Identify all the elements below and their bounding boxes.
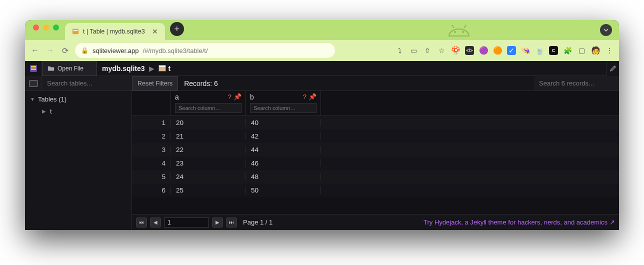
cell-a[interactable]: 21 <box>171 132 246 140</box>
column-type-icon[interactable]: ? <box>303 93 306 100</box>
svg-rect-0 <box>72 29 78 34</box>
browser-window: t | Table | mydb.sqlite3 ✕ + ← → ⟳ 🔒 sql… <box>25 20 619 230</box>
toolbar-actions: ⤵ ▭ ⇧ ☆ 🍄 </> 🟣 🟠 ✓ 👒 🍵 C 🧩 ▢ 🧑 ⋮ <box>395 46 614 55</box>
column-search-input[interactable] <box>175 103 242 113</box>
cell-b[interactable]: 44 <box>246 146 321 154</box>
cell-a[interactable]: 25 <box>171 186 246 194</box>
new-tab-button[interactable]: + <box>170 22 184 36</box>
favicon-icon <box>72 28 79 35</box>
extensions-puzzle-icon[interactable]: 🧩 <box>563 46 572 55</box>
minimize-window-icon[interactable] <box>43 24 49 30</box>
data-grid: a ?📌 b ?📌 120402214232244423465244862550… <box>132 91 619 230</box>
cell-b[interactable]: 48 <box>246 173 321 180</box>
share-icon[interactable]: ⇧ <box>423 46 432 55</box>
page-number-input[interactable] <box>164 218 209 228</box>
extension-icon[interactable]: ✓ <box>507 46 516 55</box>
pin-column-icon[interactable]: 📌 <box>308 93 316 100</box>
last-page-button[interactable]: ⏭ <box>226 218 237 228</box>
tables-tree-header[interactable]: ▼ Tables (1) <box>25 93 132 105</box>
browser-tab[interactable]: t | Table | mydb.sqlite3 ✕ <box>65 23 165 40</box>
cell-a[interactable]: 24 <box>171 173 246 180</box>
cell-a[interactable]: 23 <box>171 160 246 167</box>
search-tables-input[interactable] <box>42 76 132 90</box>
extension-icon[interactable]: C <box>549 46 558 55</box>
profile-avatar-icon[interactable]: 🧑 <box>591 46 600 55</box>
app-root: Open File mydb.sqlite3 ▶ t Reset Filters… <box>25 61 619 230</box>
tab-overflow-button[interactable] <box>600 24 612 36</box>
table-row[interactable]: 12040 <box>132 116 619 130</box>
grid-body[interactable]: 120402214232244423465244862550 <box>132 116 619 214</box>
cell-b[interactable]: 42 <box>246 132 321 140</box>
external-link-icon: ↗ <box>610 218 615 226</box>
extension-icon[interactable]: 🍄 <box>451 46 460 55</box>
breadcrumb-db[interactable]: mydb.sqlite3 <box>102 64 145 72</box>
open-file-label: Open File <box>58 65 84 72</box>
extension-icon[interactable]: 🟣 <box>479 46 488 55</box>
tab-strip: t | Table | mydb.sqlite3 ✕ + <box>25 20 619 40</box>
extension-icon[interactable]: 🟠 <box>493 46 502 55</box>
url-bar[interactable]: 🔒 sqliteviewer.app/#/mydb.sqlite3/table/… <box>75 43 335 58</box>
sidebar: ▼ Tables (1) ▶ t <box>25 91 132 230</box>
page-icon[interactable]: ▭ <box>409 46 418 55</box>
reset-filters-button[interactable]: Reset Filters <box>132 76 178 90</box>
breadcrumb-table-name: t <box>168 64 171 72</box>
edit-button[interactable] <box>606 61 619 76</box>
cell-a[interactable]: 20 <box>171 119 246 126</box>
maximize-window-icon[interactable] <box>53 24 59 30</box>
column-search-input[interactable] <box>250 103 316 113</box>
cell-b[interactable]: 40 <box>246 119 321 126</box>
row-number: 1 <box>132 119 171 126</box>
prev-page-button[interactable]: ◀ <box>150 218 161 228</box>
reload-button[interactable]: ⟳ <box>60 46 70 56</box>
first-page-button[interactable]: ⏮ <box>136 218 147 228</box>
extension-icon[interactable]: 👒 <box>521 46 530 55</box>
extension-icon[interactable]: </> <box>465 46 474 55</box>
svg-line-4 <box>452 25 454 28</box>
promo-link[interactable]: Try Hydejack, a Jekyll theme for hackers… <box>424 218 615 226</box>
sidebar-table-item[interactable]: ▶ t <box>25 105 132 117</box>
column-header-a[interactable]: a ?📌 <box>171 91 246 116</box>
window-controls[interactable] <box>33 24 59 30</box>
sidebar-table-name: t <box>50 108 52 115</box>
breadcrumb-table[interactable]: t <box>158 64 171 72</box>
tab-title: t | Table | mydb.sqlite3 <box>83 28 145 35</box>
column-header-b[interactable]: b ?📌 <box>246 91 321 116</box>
pin-column-icon[interactable]: 📌 <box>234 93 242 100</box>
cell-b[interactable]: 46 <box>246 160 321 167</box>
back-button[interactable]: ← <box>30 46 40 55</box>
svg-rect-7 <box>31 66 36 68</box>
reset-filters-label: Reset Filters <box>138 80 172 87</box>
close-tab-icon[interactable]: ✕ <box>152 28 158 36</box>
svg-rect-8 <box>31 68 36 70</box>
screenshot-button[interactable] <box>25 76 42 90</box>
row-number: 2 <box>132 132 171 140</box>
next-page-button[interactable]: ▶ <box>212 218 223 228</box>
cell-b[interactable]: 50 <box>246 186 321 194</box>
extension-icon[interactable]: 🍵 <box>535 46 544 55</box>
svg-line-5 <box>464 25 466 28</box>
folder-icon <box>48 65 54 72</box>
forward-button[interactable]: → <box>45 46 55 55</box>
table-row[interactable]: 52448 <box>132 170 619 184</box>
kebab-menu-icon[interactable]: ⋮ <box>605 46 614 55</box>
cell-a[interactable]: 22 <box>171 146 246 154</box>
breadcrumb: mydb.sqlite3 ▶ t <box>97 61 606 76</box>
open-file-button[interactable]: Open File <box>42 61 97 76</box>
table-row[interactable]: 22142 <box>132 130 619 143</box>
app-top-bar: Open File mydb.sqlite3 ▶ t <box>25 61 619 76</box>
table-row[interactable]: 32244 <box>132 143 619 156</box>
caret-down-icon: ▼ <box>30 96 35 102</box>
bookmark-star-icon[interactable]: ☆ <box>437 46 446 55</box>
svg-point-2 <box>454 31 456 33</box>
search-records-input[interactable] <box>534 76 619 90</box>
install-app-icon[interactable]: ⤵ <box>395 46 404 55</box>
close-window-icon[interactable] <box>33 24 39 30</box>
app-toolbar: Reset Filters Records: 6 <box>25 76 619 91</box>
panel-icon[interactable]: ▢ <box>577 46 586 55</box>
grid-header: a ?📌 b ?📌 <box>132 91 619 116</box>
column-type-icon[interactable]: ? <box>228 93 232 100</box>
table-row[interactable]: 62550 <box>132 184 619 197</box>
table-row[interactable]: 42346 <box>132 156 619 170</box>
camera-icon <box>29 80 38 87</box>
app-logo-icon <box>25 61 42 76</box>
